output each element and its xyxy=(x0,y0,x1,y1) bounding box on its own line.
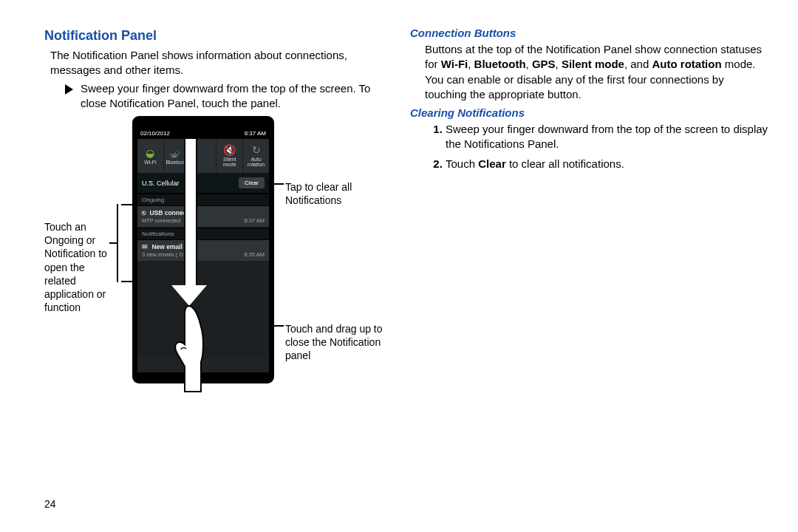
bullet-text: Sweep your finger downward from the top … xyxy=(81,81,388,112)
usb-icon: ⎋ xyxy=(142,209,146,216)
callout-bracket-tick-icon xyxy=(109,242,118,244)
status-bar: 02/10/2012 8:37 AM xyxy=(137,127,269,139)
bold-silent: Silent mode xyxy=(562,58,624,70)
panel-header: U.S. Cellular Clear xyxy=(137,173,269,194)
qs-wifi[interactable]: ◒ Wi-Fi xyxy=(137,139,164,173)
left-column: Notification Panel The Notification Pane… xyxy=(30,22,388,405)
sub-heading-clearing: Clearing Notifications xyxy=(410,106,768,119)
bold-bluetooth: Bluetooth xyxy=(474,58,526,70)
page-number: 24 xyxy=(44,498,56,510)
instruction-bullet: Sweep your finger downward from the top … xyxy=(65,81,388,112)
qs-label: Auto rotation xyxy=(243,157,269,167)
rotate-icon: ↻ xyxy=(252,145,261,155)
bluetooth-icon: ࿆ xyxy=(174,148,180,158)
right-column: Connection Buttons Buttons at the top of… xyxy=(410,22,768,405)
section-heading: Notification Panel xyxy=(44,28,388,44)
notification-item[interactable]: ✉ New email 3 new emails ( D… )e 8:35 AM xyxy=(137,240,269,262)
qs-silent[interactable]: 🔇 Silent mode xyxy=(216,139,243,173)
step-2-bold: Clear xyxy=(478,157,506,170)
connection-paragraph: Buttons at the top of the Notification P… xyxy=(425,42,768,102)
bold-autorotation: Auto rotation xyxy=(652,58,721,70)
ongoing-title: ⎋ USB connected xyxy=(142,209,265,216)
qs-rotate[interactable]: ↻ Auto rotation xyxy=(243,139,269,173)
step-1-text: Sweep your finger downward from the top … xyxy=(446,123,768,150)
steps-list: Sweep your finger downward from the top … xyxy=(428,122,768,171)
callout-left: Touch an Ongoing or Notification to open… xyxy=(44,220,118,314)
bold-gps: GPS xyxy=(532,58,556,70)
silent-icon: 🔇 xyxy=(223,145,236,155)
qs-label: Wi-Fi xyxy=(144,160,156,165)
quick-settings-row: ◒ Wi-Fi ࿆ Bluetooth 🔇 xyxy=(137,139,269,173)
notif-title: ✉ New email xyxy=(142,243,265,250)
mail-icon: ✉ xyxy=(142,243,148,250)
diagram: Touch an Ongoing or Notification to open… xyxy=(44,117,388,405)
step-1: Sweep your finger downward from the top … xyxy=(446,122,768,152)
play-triangle-icon xyxy=(65,84,73,95)
notif-time: 8:35 AM xyxy=(244,251,265,258)
qs-label: Bluetooth xyxy=(166,160,188,165)
notif-subtitle: 3 new emails ( D… )e xyxy=(142,251,195,258)
ongoing-time: 8:37 AM xyxy=(244,217,265,224)
callout-close: Touch and drag up to close the Notificat… xyxy=(285,322,396,363)
qs-blank xyxy=(191,139,217,173)
ongoing-subtitle: MTP connected xyxy=(142,217,180,224)
ongoing-title-text: USB connected xyxy=(149,209,196,216)
phone-mockup: 02/10/2012 8:37 AM ◒ Wi-Fi ࿆ Bluetooth xyxy=(133,117,273,383)
ongoing-section-label: Ongoing xyxy=(137,194,269,206)
step-2-text-b: to clear all notifications. xyxy=(506,157,624,170)
bold-wifi: Wi-Fi xyxy=(441,58,468,70)
notif-title-text: New email xyxy=(151,243,183,250)
step-2: Touch Clear to clear all notifications. xyxy=(446,157,768,171)
carrier-label: U.S. Cellular xyxy=(142,180,180,187)
status-date: 02/10/2012 xyxy=(140,130,170,137)
intro-paragraph: The Notification Panel shows information… xyxy=(50,48,388,78)
callout-clear: Tap to clear all Notifications xyxy=(285,180,396,207)
qs-bluetooth[interactable]: ࿆ Bluetooth xyxy=(164,139,191,173)
step-2-text-a: Touch xyxy=(446,157,478,170)
clear-button[interactable]: Clear xyxy=(239,177,265,188)
status-time: 8:37 AM xyxy=(245,130,266,137)
ongoing-item[interactable]: ⎋ USB connected MTP connected 8:37 AM xyxy=(137,206,269,228)
notifications-section-label: Notifications xyxy=(137,228,269,240)
qs-label: Silent mode xyxy=(216,157,242,167)
sub-heading-connection: Connection Buttons xyxy=(410,27,768,39)
panel-empty-area xyxy=(137,262,269,358)
wifi-icon: ◒ xyxy=(146,148,154,158)
